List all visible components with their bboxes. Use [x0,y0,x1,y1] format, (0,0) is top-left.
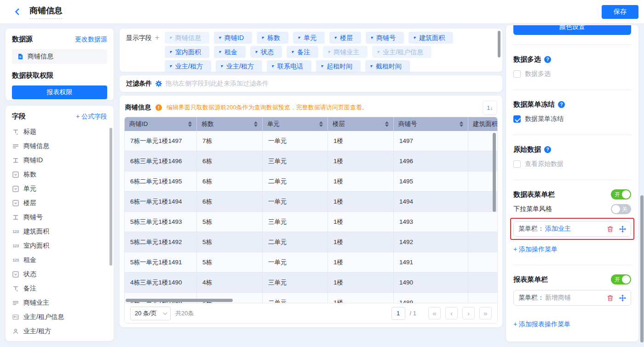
change-datasource-link[interactable]: 更改数据源 [75,35,107,44]
field-item[interactable]: 商铺信息 [12,139,107,153]
field-item[interactable]: 楼层 [12,196,107,210]
column-header[interactable]: 商铺号 [394,117,468,131]
sort-icon[interactable] [460,121,463,127]
field-chip[interactable]: ▾室内面积 [165,46,209,58]
field-item[interactable]: 商铺ID [12,153,107,167]
table-row[interactable]: 7栋一单元1楼14977栋一单元1楼1497 [125,131,497,151]
column-header[interactable]: 建筑面积 [468,117,497,131]
field-item[interactable]: 标题 [12,125,107,139]
report-menu-item[interactable]: 菜单栏： 新增商铺 [513,290,631,306]
field-chip[interactable]: ▾截租时间 [365,60,410,72]
table-horizontal-scrollbar[interactable] [126,299,233,302]
field-item[interactable]: 123室内面积 [12,239,107,253]
fields-scrollbar[interactable] [109,128,112,266]
move-icon[interactable] [619,295,626,301]
field-item[interactable]: 业主/租户信息 [12,310,107,324]
raw-data-checkbox[interactable] [513,160,521,168]
table-warning: 编辑界面只取数据源前200条作为查询数据预览，完整数据请访问页面查看。 [167,103,368,112]
field-chip[interactable]: ▾业主/租方 [216,60,262,72]
field-chip[interactable]: ▾租金 [214,46,246,58]
table-row[interactable]: 6栋三单元1楼14966栋三单元1楼1496 [125,151,497,171]
table-row[interactable]: 6栋一单元1楼14946栋一单元1楼1494 [125,192,497,212]
column-label: 建筑面积 [473,120,497,128]
next-page-button[interactable]: › [462,307,475,319]
multi-select-checkbox[interactable] [513,70,521,78]
table-menu-toggle[interactable]: 开 [611,189,631,199]
menu-item-link[interactable]: 新增商铺 [545,294,571,302]
field-chip[interactable]: ▾业主/租方 [165,60,211,72]
back-icon[interactable] [12,7,22,17]
first-page-button[interactable]: « [428,307,441,319]
last-page-button[interactable]: » [479,307,492,319]
gear-icon[interactable] [155,80,162,87]
cell: 7栋一单元1楼1497 [125,131,197,151]
menu-freeze-checkbox[interactable] [513,115,521,123]
datasource-item-label: 商铺信息 [28,52,53,61]
report-menu-toggle[interactable]: 开 [611,274,631,284]
column-header[interactable]: 商铺ID [125,117,197,131]
add-report-action-menu-link[interactable]: + 添加报表操作菜单 [513,320,570,329]
page-size-select[interactable]: 20 条/页 [130,307,171,320]
column-header[interactable]: 单元 [263,117,328,131]
sort-icon[interactable] [188,121,192,127]
prev-page-button[interactable]: ‹ [445,307,458,319]
filter-dropzone[interactable]: 拖动左侧字段到此处来添加过滤条件 [166,80,269,88]
table-row[interactable]: 5栋一单元1楼14915栋一单元1楼1491 [125,252,497,273]
table-row[interactable]: 4栋三单元1楼14904栋三单元1楼1490 [125,273,497,293]
column-header[interactable]: 楼层 [328,117,394,131]
column-header[interactable]: 栋数 [197,117,263,131]
field-item[interactable]: 业主/租方 [12,324,107,338]
field-item[interactable]: 商铺号 [12,210,107,224]
chevron-down-icon: ▾ [321,60,323,72]
page-number-input[interactable]: 1 [391,307,405,320]
field-chip[interactable]: ▾起租时间 [316,60,361,72]
sort-icon[interactable] [254,121,258,127]
trash-icon[interactable] [607,226,614,233]
sort-icon[interactable] [385,121,389,127]
field-chip[interactable]: ▾商铺ID [214,32,252,44]
field-chip[interactable]: ▾栋数 [257,32,288,44]
trash-icon[interactable] [607,295,614,301]
color-settings-button[interactable]: 颜色设置 [513,25,631,35]
field-item[interactable]: 单元 [12,182,107,196]
add-display-field-icon[interactable]: + [155,32,159,44]
field-chip[interactable]: ▾单元 [293,32,325,44]
field-item[interactable]: 备注 [12,281,107,296]
display-fields-scrollbar[interactable] [498,31,500,57]
table-vertical-scrollbar[interactable] [493,133,496,212]
field-chip[interactable]: ▾备注 [287,46,318,58]
field-item[interactable]: 123建筑面积 [12,224,107,239]
menu-item-link[interactable]: 添加业主 [545,225,571,233]
field-chip[interactable]: ▾状态 [250,46,282,58]
add-action-menu-link[interactable]: + 添加操作菜单 [513,245,558,254]
field-chip[interactable]: ▾联系电话 [267,60,311,72]
report-permission-button[interactable]: 报表权限 [12,85,107,99]
page-scrollbar[interactable] [640,195,644,342]
field-item[interactable]: 栋数 [12,167,107,182]
field-item[interactable]: 状态 [12,267,107,281]
add-formula-field-link[interactable]: + 公式字段 [76,113,107,121]
help-icon[interactable]: ? [558,101,565,108]
help-icon[interactable]: ? [544,56,551,63]
table-row[interactable]: 6栋二单元1楼14956栋二单元1楼1495 [125,171,497,192]
table-row[interactable]: 5栋二单元1楼14925栋二单元1楼1492 [125,232,497,252]
field-chip[interactable]: ▾楼层 [329,32,361,44]
save-button[interactable]: 保存 [602,5,638,19]
dropdown-style-toggle[interactable]: 关 [611,204,631,214]
sort-settings-button[interactable]: 1↓ [483,101,497,114]
field-chip[interactable]: ▾建筑面积 [408,32,453,44]
help-icon[interactable]: ? [544,146,551,153]
chevron-down-icon: ▾ [169,32,172,44]
move-icon[interactable] [619,226,626,233]
sort-icon[interactable] [319,121,323,127]
table-row[interactable]: 5栋三单元1楼14935栋三单元1楼1493 [125,212,497,232]
field-label: 租金 [23,256,36,264]
field-item[interactable]: 123租金 [12,253,107,267]
table-menu-item[interactable]: 菜单栏： 添加业主 [513,221,631,237]
highlight-box: 菜单栏： 添加业主 [510,218,634,240]
datasource-item[interactable]: 商铺信息 [12,49,107,64]
menu-item-prefix: 菜单栏： [518,294,544,302]
field-item[interactable]: 商铺业主 [12,296,107,310]
field-chip[interactable]: ▾商铺号 [366,32,404,44]
chevron-down-icon: ▾ [328,46,330,58]
